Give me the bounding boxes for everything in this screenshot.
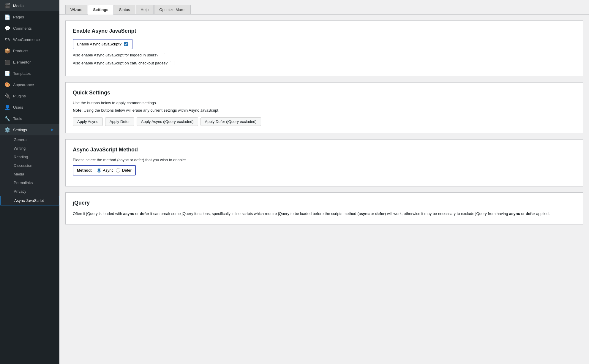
submenu-item-general[interactable]: General [0,135,59,144]
tab-wizard[interactable]: Wizard [65,5,87,14]
enable-async-main-text: Enable Async JavaScript? [77,42,121,46]
section-async-method: Async JavaScript Method Please select th… [65,139,583,186]
note-text-content: Using the buttons below will erase any c… [84,108,220,113]
sidebar-item-media[interactable]: 🎬 Media [0,0,59,11]
sidebar-item-users[interactable]: 👤 Users [0,102,59,113]
async-method-desc: Please select the method (async or defer… [73,158,576,162]
sidebar-item-appearance[interactable]: 🎨 Appearance [0,79,59,90]
quick-settings-desc: Use the buttons below to apply common se… [73,101,576,105]
async-method-title: Async JavaScript Method [73,147,576,153]
sidebar-item-label: Plugins [13,94,26,98]
submenu-item-reading[interactable]: Reading [0,153,59,161]
tab-help[interactable]: Help [136,5,154,14]
sidebar-item-label: Tools [13,116,22,121]
tools-icon: 🔧 [5,116,10,121]
woocommerce-icon: 🛍 [5,37,10,42]
enable-async-cart-row: Also enable Async JavaScript on cart/ ch… [73,61,576,65]
sidebar-item-label: Settings [13,128,27,132]
enable-async-title: Enable Async JavaScript [73,28,576,34]
submenu-item-privacy[interactable]: Privacy [0,187,59,196]
sidebar-item-label: Appearance [13,83,34,87]
media-icon: 🎬 [5,3,10,8]
sidebar-item-label: Templates [13,71,31,76]
section-enable-async: Enable Async JavaScript Enable Async Jav… [65,20,583,76]
sidebar-item-elementor[interactable]: ⬛ Elementor [0,56,59,68]
main-content: Wizard Settings Status Help Optimize Mor… [59,0,589,364]
sidebar-item-label: Pages [13,15,24,19]
settings-arrow-icon: ► [50,127,55,132]
elementor-icon: ⬛ [5,59,10,65]
enable-async-cart-label[interactable]: Also enable Async JavaScript on cart/ ch… [73,61,174,65]
method-async-radio[interactable] [97,168,101,172]
jquery-description: Often if jQuery is loaded with async or … [73,211,576,217]
sidebar-item-label: Products [13,49,28,53]
sidebar: 🎬 Media 📄 Pages 💬 Comments 🛍 WooCommerce… [0,0,59,364]
enable-async-main-row: Enable Async JavaScript? [73,39,132,49]
tab-status[interactable]: Status [114,5,135,14]
sidebar-item-settings[interactable]: ⚙️ Settings ► [0,124,59,135]
users-icon: 👤 [5,105,10,110]
section-quick-settings: Quick Settings Use the buttons below to … [65,82,583,133]
submenu-item-async-javascript[interactable]: Async JavaScript [0,196,59,205]
enable-async-logged-text: Also enable Async JavaScript for logged … [73,53,158,57]
pages-icon: 📄 [5,14,10,20]
sidebar-item-label: Users [13,105,23,110]
quick-settings-note: Note: Using the buttons below will erase… [73,108,576,113]
sidebar-item-products[interactable]: 📦 Products [0,45,59,56]
tab-settings[interactable]: Settings [88,5,113,15]
jquery-title: jQuery [73,200,576,206]
sidebar-item-label: WooCommerce [13,37,40,42]
method-defer-option[interactable]: Defer [116,168,132,172]
sidebar-item-tools[interactable]: 🔧 Tools [0,113,59,124]
method-async-option[interactable]: Async [97,168,113,172]
method-defer-radio[interactable] [116,168,120,172]
enable-async-main-label[interactable]: Enable Async JavaScript? [77,42,128,46]
plugins-icon: 🔌 [5,93,10,99]
async-method-options-box: Method: Async Defer [73,165,136,175]
enable-async-logged-label[interactable]: Also enable Async JavaScript for logged … [73,53,165,57]
quick-settings-title: Quick Settings [73,90,576,96]
enable-async-logged-checkbox[interactable] [161,53,165,57]
submenu-item-media[interactable]: Media [0,170,59,178]
submenu-item-writing[interactable]: Writing [0,144,59,153]
note-bold: Note: [73,108,83,113]
enable-async-logged-row: Also enable Async JavaScript for logged … [73,53,576,57]
submenu-item-permalinks[interactable]: Permalinks [0,178,59,187]
templates-icon: 📑 [5,71,10,76]
apply-defer-button[interactable]: Apply Defer [105,117,134,126]
products-icon: 📦 [5,48,10,53]
content-area: Enable Async JavaScript Enable Async Jav… [59,15,589,236]
apply-async-button[interactable]: Apply Async [73,117,103,126]
appearance-icon: 🎨 [5,82,10,87]
enable-async-cart-checkbox[interactable] [170,61,174,65]
submenu-item-discussion[interactable]: Discussion [0,161,59,170]
method-defer-label[interactable]: Defer [122,168,132,172]
quick-settings-buttons: Apply Async Apply Defer Apply Async (jQu… [73,117,576,126]
tabs-bar: Wizard Settings Status Help Optimize Mor… [59,0,589,15]
sidebar-item-templates[interactable]: 📑 Templates [0,68,59,79]
apply-async-jquery-button[interactable]: Apply Async (jQuery excluded) [137,117,198,126]
method-label: Method: [77,168,92,172]
sidebar-item-label: Comments [13,26,32,31]
sidebar-item-label: Elementor [13,60,31,64]
comments-icon: 💬 [5,26,10,31]
section-jquery: jQuery Often if jQuery is loaded with as… [65,192,583,224]
apply-defer-jquery-button[interactable]: Apply Defer (jQuery excluded) [200,117,261,126]
sidebar-item-plugins[interactable]: 🔌 Plugins [0,90,59,102]
sidebar-item-woocommerce[interactable]: 🛍 WooCommerce [0,34,59,45]
method-async-label[interactable]: Async [103,168,113,172]
sidebar-item-comments[interactable]: 💬 Comments [0,23,59,34]
enable-async-checkbox[interactable] [124,42,128,46]
enable-async-cart-text: Also enable Async JavaScript on cart/ ch… [73,61,168,65]
settings-icon: ⚙️ [5,127,10,132]
sidebar-item-label: Media [13,4,23,8]
tab-optimize-more[interactable]: Optimize More! [154,5,190,14]
sidebar-item-pages[interactable]: 📄 Pages [0,11,59,23]
settings-submenu: General Writing Reading Discussion Media… [0,135,59,205]
